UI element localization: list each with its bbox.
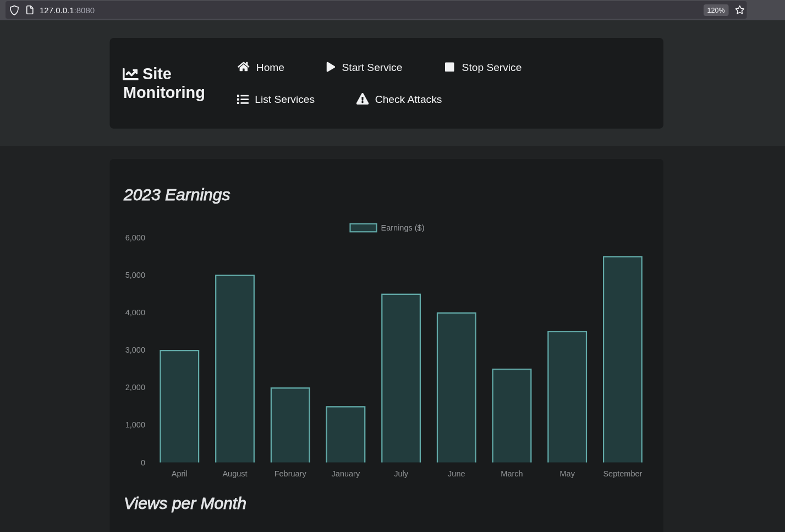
svg-text:Views per Month: Views per Month <box>124 494 246 512</box>
svg-text:March: March <box>501 469 523 478</box>
svg-text:1,000: 1,000 <box>125 420 145 429</box>
svg-text:June: June <box>448 469 465 478</box>
svg-text:April: April <box>172 469 188 478</box>
svg-text:6,000: 6,000 <box>125 233 145 242</box>
svg-text:Stop Service: Stop Service <box>462 62 522 73</box>
svg-text:5,000: 5,000 <box>125 271 145 279</box>
svg-text:120%: 120% <box>707 7 724 14</box>
svg-text:2,000: 2,000 <box>125 383 145 392</box>
svg-text:January: January <box>332 469 360 478</box>
svg-text:Site: Site <box>142 65 172 83</box>
svg-text:3,000: 3,000 <box>125 345 145 354</box>
svg-text:Start Service: Start Service <box>342 62 403 73</box>
svg-text:2023 Earnings: 2023 Earnings <box>123 185 230 204</box>
svg-text:0: 0 <box>141 458 145 467</box>
svg-text:August: August <box>222 469 247 478</box>
svg-text:List Services: List Services <box>255 94 315 105</box>
svg-text:Monitoring: Monitoring <box>123 84 205 101</box>
svg-text:Earnings ($): Earnings ($) <box>381 223 425 232</box>
svg-text:May: May <box>559 469 575 478</box>
svg-text:February: February <box>275 469 307 478</box>
svg-text:Home: Home <box>256 62 284 73</box>
svg-text:127.0.0.1:8080: 127.0.0.1:8080 <box>40 6 95 15</box>
svg-text:4,000: 4,000 <box>125 308 145 317</box>
svg-text:September: September <box>603 469 642 478</box>
svg-text:Check Attacks: Check Attacks <box>375 94 442 105</box>
svg-text:July: July <box>394 469 409 478</box>
